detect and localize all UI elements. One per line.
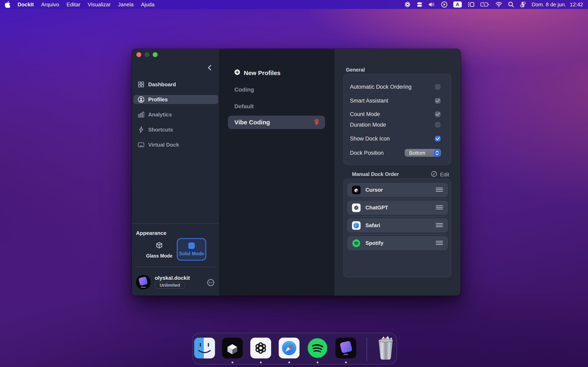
sidebar-item-profiles[interactable]: Profiles xyxy=(134,95,218,104)
solid-mode-button[interactable]: Solid Mode xyxy=(177,238,206,261)
cursor-app-icon xyxy=(352,186,361,194)
dock-position-dropdown[interactable]: Bottom xyxy=(405,149,441,157)
dock-trash-icon[interactable] xyxy=(375,336,396,360)
dock-separator xyxy=(367,337,367,361)
setting-label: Automatic Dock Ordering xyxy=(350,84,412,90)
edit-dock-order-button[interactable]: Edit xyxy=(431,171,449,178)
glass-mode-button[interactable]: Glass Mode xyxy=(145,239,174,261)
setting-label: Smart Assistant xyxy=(350,98,388,104)
stage-manager-icon[interactable] xyxy=(467,1,475,8)
zoom-button[interactable] xyxy=(153,52,158,57)
divider xyxy=(136,267,216,267)
dock-safari-icon[interactable] xyxy=(279,338,300,359)
drag-handle-icon[interactable] xyxy=(436,239,443,247)
menu-arquivo[interactable]: Arquivo xyxy=(41,1,59,8)
divider xyxy=(350,199,445,199)
running-indicator-chatgpt xyxy=(260,361,262,363)
drag-handle-icon[interactable] xyxy=(436,222,443,229)
new-profiles-label: New Profiles xyxy=(244,69,281,76)
minimize-button[interactable] xyxy=(145,52,149,57)
safari-app-icon xyxy=(352,221,361,230)
wifi-icon[interactable] xyxy=(495,1,502,8)
checkbox-automatic-dock-ordering[interactable] xyxy=(435,84,441,90)
search-icon[interactable] xyxy=(508,1,514,8)
stacked-windows-icon[interactable] xyxy=(416,1,423,8)
pencil-circle-icon xyxy=(431,171,437,178)
menu-app-name[interactable]: DockIt xyxy=(17,1,34,8)
menu-clock[interactable]: Dom. 8 de jun. 12:42 xyxy=(532,1,583,8)
running-indicator-spotify xyxy=(317,361,319,363)
setting-label: Dock Position xyxy=(350,150,384,156)
delete-profile-button[interactable] xyxy=(314,118,320,126)
control-center-icon[interactable] xyxy=(520,1,526,8)
dock-spotify-icon[interactable] xyxy=(307,338,328,359)
sidebar-item-shortcuts[interactable]: Shortcuts xyxy=(134,125,218,134)
dock-cursor-icon[interactable] xyxy=(222,338,243,359)
drag-handle-icon[interactable] xyxy=(436,186,443,194)
play-circle-icon[interactable] xyxy=(441,1,448,8)
sidebar-item-dashboard[interactable]: Dashboard xyxy=(134,80,218,89)
checkbox-count-mode[interactable] xyxy=(435,111,441,117)
checkbox-duration-mode[interactable] xyxy=(435,122,441,128)
setting-row-count-mode: Count Mode xyxy=(350,110,441,119)
menu-ajuda[interactable]: Ajuda xyxy=(141,1,155,8)
menu-visualizar[interactable]: Visualizar xyxy=(88,1,111,8)
checkbox-smart-assistant[interactable] xyxy=(435,98,441,104)
checkbox-show-dock-icon[interactable] xyxy=(435,136,441,142)
dock-order-row-chatgpt[interactable]: ChatGPT xyxy=(347,201,448,215)
setting-row-smart-assistant: Smart Assistant xyxy=(350,96,441,105)
menu-janela[interactable]: Janela xyxy=(118,1,134,8)
sidebar-item-virtual-dock[interactable]: Virtual Dock xyxy=(134,140,218,149)
apple-menu-icon[interactable] xyxy=(5,1,10,8)
dock-order-row-safari[interactable]: Safari xyxy=(347,218,448,233)
drag-handle-icon[interactable] xyxy=(436,204,443,211)
sidebar-item-label: Profiles xyxy=(148,96,168,103)
volume-icon[interactable] xyxy=(428,1,435,8)
chatgpt-menu-icon[interactable] xyxy=(404,1,411,8)
profile-item-coding[interactable]: Coding xyxy=(234,86,254,93)
profiles-column: New Profiles Coding Default Vibe Coding xyxy=(219,49,334,296)
setting-row-dock-position: Dock Position Bottom xyxy=(350,149,441,157)
dropdown-value: Bottom xyxy=(405,150,434,156)
input-source-icon[interactable]: A xyxy=(453,1,462,8)
menu-bar: DockIt Arquivo Editar Visualizar Janela … xyxy=(0,0,588,9)
battery-charging-icon[interactable] xyxy=(480,1,490,8)
dock-window-icon xyxy=(138,141,145,148)
account-more-button[interactable] xyxy=(207,279,214,286)
profile-item-vibe-coding[interactable]: Vibe Coding xyxy=(228,116,325,129)
appearance-title: Appearance xyxy=(136,230,166,236)
running-indicator-dockit xyxy=(345,361,347,363)
dock-chatgpt-icon[interactable] xyxy=(250,338,271,359)
person-circle-icon xyxy=(138,96,145,103)
dock-dockit-icon[interactable] xyxy=(336,338,356,359)
chatgpt-app-icon xyxy=(352,203,361,212)
bar-chart-icon xyxy=(138,111,145,118)
new-profiles-button[interactable]: New Profiles xyxy=(234,69,281,76)
dock-order-row-spotify[interactable]: Spotify xyxy=(347,236,448,250)
close-button[interactable] xyxy=(136,52,141,57)
menu-editar[interactable]: Editar xyxy=(67,1,80,8)
glass-cube-icon xyxy=(155,241,164,251)
general-section-title: General xyxy=(346,67,365,73)
sidebar-collapse-button[interactable] xyxy=(207,64,213,71)
sidebar-item-label: Dashboard xyxy=(148,81,176,88)
sidebar: Dashboard Profiles Analytics xyxy=(132,49,219,296)
setting-row-duration-mode: Duration Mode xyxy=(350,120,441,129)
dockit-window: Dashboard Profiles Analytics xyxy=(132,49,461,296)
menu-time: 12:42 xyxy=(570,1,583,8)
sidebar-item-analytics[interactable]: Analytics xyxy=(134,110,218,119)
edit-label: Edit xyxy=(440,171,449,178)
divider xyxy=(350,234,445,234)
dock-finder-icon[interactable] xyxy=(194,338,215,359)
account-plan-badge: Unlimited xyxy=(154,282,185,289)
solid-square-icon xyxy=(188,242,195,249)
dock-order-card: Cursor ChatGPT xyxy=(343,179,451,277)
dock-order-row-cursor[interactable]: Cursor xyxy=(347,183,448,197)
setting-row-automatic-dock-ordering: Automatic Dock Ordering xyxy=(350,82,441,91)
setting-label: Count Mode xyxy=(350,111,380,117)
dock-order-app-name: Spotify xyxy=(365,240,436,246)
setting-label: Show Dock Icon xyxy=(350,136,390,142)
sidebar-item-label: Analytics xyxy=(148,111,172,118)
account-avatar[interactable] xyxy=(136,275,151,290)
divider xyxy=(350,216,445,217)
